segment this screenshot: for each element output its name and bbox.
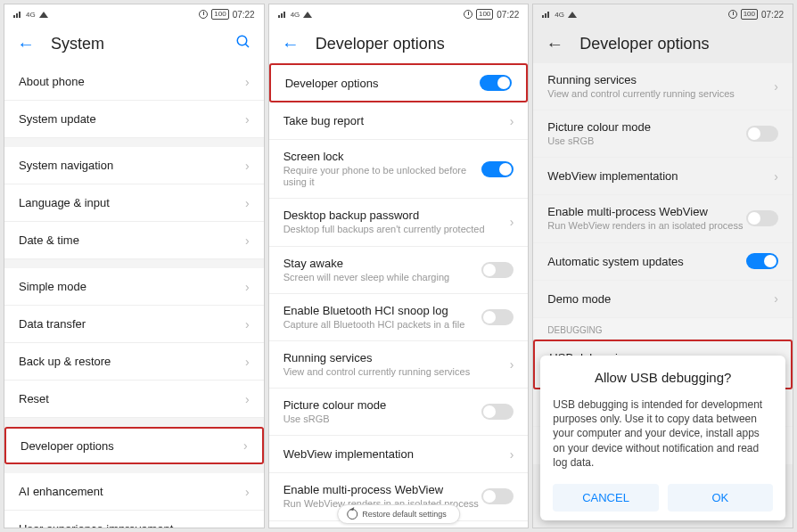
back-icon[interactable]: ← bbox=[17, 34, 35, 54]
chevron-right-icon: › bbox=[510, 357, 514, 372]
list-item[interactable]: Running servicesView and control current… bbox=[269, 341, 529, 389]
status-bar: 4G 100 07:22 bbox=[269, 4, 529, 24]
list-item[interactable]: Picture colour modeUse sRGB bbox=[533, 110, 793, 158]
chevron-right-icon: › bbox=[774, 291, 778, 306]
list-item[interactable]: Reset› bbox=[4, 381, 264, 418]
spacer bbox=[4, 418, 264, 427]
toggle-switch[interactable] bbox=[481, 404, 514, 420]
signal-icon bbox=[542, 11, 551, 18]
list-item[interactable]: Simple mode› bbox=[4, 268, 264, 306]
list-item[interactable]: Data transfer› bbox=[4, 306, 264, 343]
clock: 07:22 bbox=[233, 10, 255, 20]
chevron-right-icon: › bbox=[245, 196, 250, 210]
developer-options-toggle[interactable]: Developer options bbox=[269, 63, 529, 102]
item-title: Language & input bbox=[19, 196, 236, 209]
toggle-switch[interactable] bbox=[746, 126, 778, 142]
list-item[interactable]: Demo mode› bbox=[533, 281, 793, 318]
item-title: Developer options bbox=[21, 439, 234, 453]
battery-icon: 100 bbox=[476, 9, 493, 20]
network-label: 4G bbox=[291, 11, 300, 19]
item-title: Picture colour mode bbox=[283, 398, 482, 412]
item-title: WebView implementation bbox=[547, 169, 765, 183]
item-subtitle: Capture all Bluetooth HCI packets in a f… bbox=[283, 319, 482, 331]
dialog-body: USB debugging is intended for developmen… bbox=[553, 397, 773, 470]
battery-icon: 100 bbox=[741, 9, 758, 20]
item-title: Screen lock bbox=[283, 150, 482, 163]
chevron-right-icon: › bbox=[774, 169, 778, 184]
list-item[interactable]: Automatic system updates bbox=[533, 243, 793, 281]
spacer bbox=[4, 138, 264, 147]
status-bar: 4G 100 07:22 bbox=[533, 4, 793, 24]
signal-icon bbox=[278, 11, 287, 18]
chevron-right-icon: › bbox=[243, 438, 248, 453]
list-item[interactable]: Language & input› bbox=[4, 184, 264, 222]
chevron-right-icon: › bbox=[510, 447, 514, 462]
toggle-switch[interactable] bbox=[480, 75, 512, 91]
chevron-right-icon: › bbox=[774, 79, 778, 94]
toggle-switch[interactable] bbox=[481, 262, 514, 278]
toggle-switch[interactable] bbox=[746, 253, 778, 269]
list-item[interactable]: Running servicesView and control current… bbox=[533, 63, 793, 110]
item-title: System update bbox=[19, 112, 236, 126]
item-title: System navigation bbox=[19, 159, 236, 172]
item-subtitle: View and control currently running servi… bbox=[547, 88, 765, 100]
list-item[interactable]: WebView implementation› bbox=[269, 436, 529, 473]
page-title: Developer options bbox=[316, 35, 516, 53]
list-item[interactable]: System update› bbox=[4, 101, 264, 138]
back-icon[interactable]: ← bbox=[282, 34, 300, 54]
item-title: About phone bbox=[19, 75, 236, 88]
list-item[interactable]: Take bug report› bbox=[269, 102, 529, 140]
chevron-right-icon: › bbox=[245, 392, 250, 406]
toggle-switch[interactable] bbox=[481, 488, 514, 504]
status-bar: 4G 100 07:22 bbox=[4, 4, 264, 24]
item-title: Developer options bbox=[285, 77, 481, 90]
header: ← Developer options bbox=[269, 24, 529, 63]
list-item[interactable]: User experience improvement› bbox=[4, 511, 264, 528]
toggle-switch[interactable] bbox=[746, 210, 778, 226]
list-item[interactable]: Screen lockRequire your phone to be unlo… bbox=[269, 140, 529, 199]
network-label: 4G bbox=[26, 11, 36, 19]
restore-label: Restore default settings bbox=[362, 510, 447, 519]
toggle-switch[interactable] bbox=[481, 309, 514, 325]
item-title: AI enhancement bbox=[19, 485, 236, 498]
list-item[interactable]: About phone› bbox=[4, 63, 264, 101]
list-item[interactable]: Enable Bluetooth HCI snoop logCapture al… bbox=[269, 294, 529, 341]
alarm-icon bbox=[464, 10, 472, 19]
list-item[interactable]: Stay awakeScreen will never sleep while … bbox=[269, 247, 529, 294]
developer-options-item[interactable]: Developer options› bbox=[4, 427, 264, 464]
item-title: Running services bbox=[283, 351, 501, 364]
item-title: Data transfer bbox=[19, 317, 236, 331]
alarm-icon bbox=[199, 10, 208, 19]
chevron-right-icon: › bbox=[245, 317, 250, 331]
list-item[interactable]: Picture colour modeUse sRGB bbox=[269, 389, 529, 436]
chevron-right-icon: › bbox=[510, 215, 514, 229]
item-subtitle: Require your phone to be unlocked before… bbox=[283, 165, 482, 188]
list-item[interactable]: AI enhancement› bbox=[4, 473, 264, 511]
chevron-right-icon: › bbox=[245, 522, 250, 528]
item-title: Enable multi-process WebView bbox=[283, 483, 482, 496]
dev-options-list: Developer optionsTake bug report›Screen … bbox=[269, 63, 529, 528]
item-subtitle: Screen will never sleep while charging bbox=[283, 272, 482, 283]
list-item[interactable]: WebView implementation› bbox=[533, 158, 793, 195]
wifi-icon bbox=[39, 12, 48, 18]
list-item[interactable]: System navigation› bbox=[4, 147, 264, 184]
item-subtitle: Desktop full backups aren't currently pr… bbox=[283, 224, 501, 235]
list-item[interactable]: Back up & restore› bbox=[4, 343, 264, 381]
header: ← System bbox=[4, 24, 264, 63]
search-icon[interactable] bbox=[235, 34, 251, 54]
chevron-right-icon: › bbox=[245, 75, 250, 89]
back-icon[interactable]: ← bbox=[546, 34, 563, 54]
list-item[interactable]: Date & time› bbox=[4, 222, 264, 259]
phone-dev-options: 4G 100 07:22 ← Developer options Develop… bbox=[268, 4, 530, 528]
toggle-switch[interactable] bbox=[481, 161, 514, 177]
chevron-right-icon: › bbox=[245, 159, 250, 173]
list-item[interactable]: Desktop backup passwordDesktop full back… bbox=[269, 199, 529, 246]
chevron-right-icon: › bbox=[245, 355, 250, 369]
list-item[interactable]: Enable multi-process WebViewRun WebView … bbox=[533, 195, 793, 242]
restore-defaults-button[interactable]: Restore default settings bbox=[337, 504, 460, 524]
ok-button[interactable]: OK bbox=[668, 484, 773, 512]
signal-icon bbox=[13, 11, 22, 18]
chevron-right-icon: › bbox=[245, 112, 250, 127]
cancel-button[interactable]: CANCEL bbox=[553, 484, 658, 512]
wifi-icon bbox=[303, 12, 312, 18]
